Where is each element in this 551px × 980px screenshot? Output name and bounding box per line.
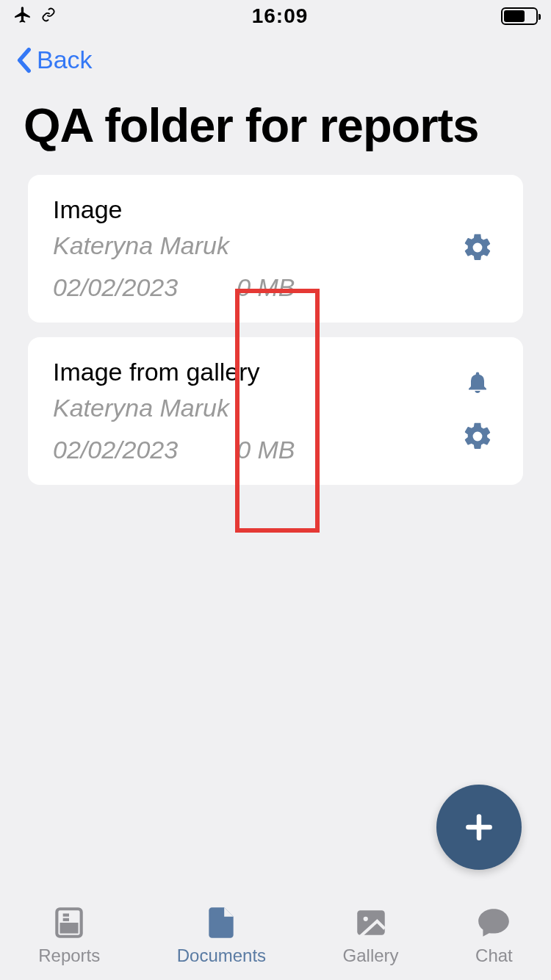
tab-reports[interactable]: Reports xyxy=(38,904,100,966)
svg-point-7 xyxy=(363,917,367,921)
document-size: 0 MB xyxy=(237,436,295,464)
tab-gallery[interactable]: Gallery xyxy=(343,904,399,966)
document-card[interactable]: Image Kateryna Maruk 02/02/2023 0 MB xyxy=(28,175,523,323)
settings-icon[interactable] xyxy=(461,420,494,455)
status-bar: 16:09 xyxy=(0,0,551,32)
tab-label: Chat xyxy=(475,945,513,966)
plus-icon xyxy=(463,811,495,843)
document-card[interactable]: Image from gallery Kateryna Maruk 02/02/… xyxy=(28,337,523,485)
chat-icon xyxy=(475,904,512,941)
tab-label: Documents xyxy=(177,945,266,966)
chevron-left-icon xyxy=(15,47,32,73)
back-button[interactable]: Back xyxy=(0,32,551,80)
link-icon xyxy=(38,7,59,25)
tab-chat[interactable]: Chat xyxy=(475,904,513,966)
add-button[interactable] xyxy=(436,785,522,870)
airplane-mode-icon xyxy=(13,5,32,27)
status-right xyxy=(501,7,538,25)
document-author: Kateryna Maruk xyxy=(53,231,461,260)
document-date: 02/02/2023 xyxy=(53,436,178,464)
settings-icon[interactable] xyxy=(461,231,494,267)
status-time: 16:09 xyxy=(252,4,309,28)
gallery-icon xyxy=(353,904,389,941)
document-title: Image xyxy=(53,195,461,224)
tab-documents[interactable]: Documents xyxy=(177,904,266,966)
card-actions xyxy=(461,367,498,455)
tab-bar: Reports Documents Gallery Chat xyxy=(0,893,551,980)
tab-label: Reports xyxy=(38,945,100,966)
card-actions xyxy=(461,231,498,267)
notification-icon[interactable] xyxy=(464,367,491,400)
card-info: Image Kateryna Maruk 02/02/2023 0 MB xyxy=(53,195,461,302)
document-list: Image Kateryna Maruk 02/02/2023 0 MB Ima… xyxy=(0,175,551,485)
document-author: Kateryna Maruk xyxy=(53,394,461,422)
tab-label: Gallery xyxy=(343,945,399,966)
document-date: 02/02/2023 xyxy=(53,273,178,302)
battery-icon xyxy=(501,7,538,25)
back-label: Back xyxy=(37,46,93,74)
svg-rect-5 xyxy=(62,924,77,932)
status-left xyxy=(13,5,59,27)
document-size: 0 MB xyxy=(237,273,295,302)
reports-icon xyxy=(51,904,87,941)
card-info: Image from gallery Kateryna Maruk 02/02/… xyxy=(53,358,461,464)
documents-icon xyxy=(203,904,240,941)
document-title: Image from gallery xyxy=(53,358,461,386)
page-title: QA folder for reports xyxy=(0,80,551,175)
